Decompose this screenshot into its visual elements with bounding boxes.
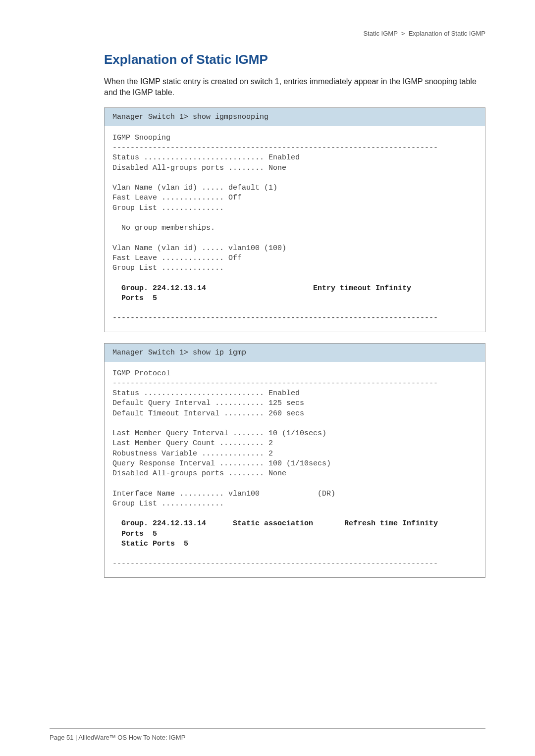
output-hr-bottom: ----------------------------------------… [112,559,438,568]
output-lmqi: Last Member Query Interval ....... 10 (1… [112,429,326,438]
command-output: IGMP Protocol --------------------------… [105,362,485,577]
output-vlan1-fastleave: Fast Leave .............. Off [112,194,242,202]
page-footer: Page 51 | AlliedWare™ OS How To Note: IG… [50,734,185,741]
breadcrumb: Static IGMP > Explanation of Static IGMP [50,30,485,37]
output-vlan2-name: Vlan Name (vlan id) ..... vlan100 (100) [112,244,286,252]
code-block-ipigmp: Manager Switch 1> show ip igmp IGMP Prot… [104,343,485,578]
output-dqi: Default Query Interval ........... 125 s… [112,399,304,407]
output-vlan1-grouplist: Group List .............. [112,204,224,212]
output-static-ports-entry: Static Ports 5 [112,540,188,548]
breadcrumb-section: Static IGMP [363,30,397,37]
footer-divider [50,728,485,729]
output-disabled-ports: Disabled All-groups ports ........ None [112,164,286,172]
output-vlan2-fastleave: Fast Leave .............. Off [112,254,242,262]
command-output: IGMP Snooping --------------------------… [105,126,485,332]
output-vlan1-msg: No group memberships. [112,224,215,232]
output-group-entry: Group. 224.12.13.14 Entry timeout Infini… [112,284,411,293]
output-qri: Query Response Interval .......... 100 (… [112,459,331,468]
output-title: IGMP Protocol [112,369,170,378]
output-group-entry: Group. 224.12.13.14 Static association R… [112,519,438,528]
command-header: Manager Switch 1> show igmpsnooping [105,108,485,126]
output-ifname: Interface Name .......... vlan100 (DR) [112,490,335,498]
breadcrumb-separator: > [401,30,405,37]
intro-paragraph: When the IGMP static entry is created on… [104,76,485,99]
output-title: IGMP Snooping [112,134,170,142]
output-ports-entry: Ports 5 [112,294,157,302]
output-hr: ----------------------------------------… [112,144,438,152]
output-rv: Robustness Variable .............. 2 [112,450,273,458]
output-ports-entry: Ports 5 [112,530,157,538]
output-hr: ----------------------------------------… [112,379,438,388]
output-vlan1-name: Vlan Name (vlan id) ..... default (1) [112,184,277,192]
output-dti: Default Timeout Interval ......... 260 s… [112,409,304,418]
output-lmqc: Last Member Query Count .......... 2 [112,439,273,448]
output-status: Status ........................... Enabl… [112,153,300,162]
main-content: Explanation of Static IGMP When the IGMP… [104,52,485,578]
command-header: Manager Switch 1> show ip igmp [105,344,485,362]
output-grouplist: Group List .............. [112,500,224,508]
output-status: Status ........................... Enabl… [112,389,300,398]
output-vlan2-grouplist: Group List .............. [112,264,224,272]
output-dap: Disabled All-groups ports ........ None [112,469,286,478]
breadcrumb-page: Explanation of Static IGMP [409,30,485,37]
output-hr-bottom: ----------------------------------------… [112,314,438,322]
page-title: Explanation of Static IGMP [104,52,485,67]
code-block-igmpsnooping: Manager Switch 1> show igmpsnooping IGMP… [104,107,485,332]
